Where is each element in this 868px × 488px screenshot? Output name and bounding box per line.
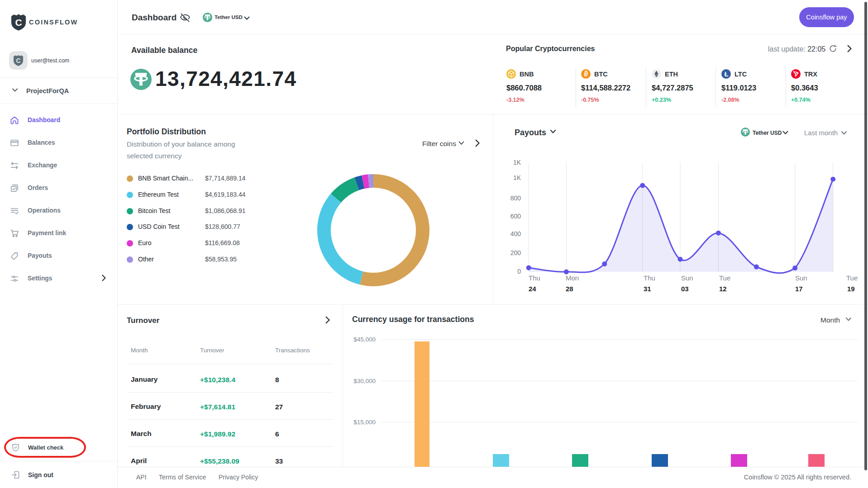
svg-text:C: C — [15, 17, 22, 28]
svg-text:C: C — [16, 57, 21, 64]
svg-text:Ł: Ł — [725, 71, 729, 78]
